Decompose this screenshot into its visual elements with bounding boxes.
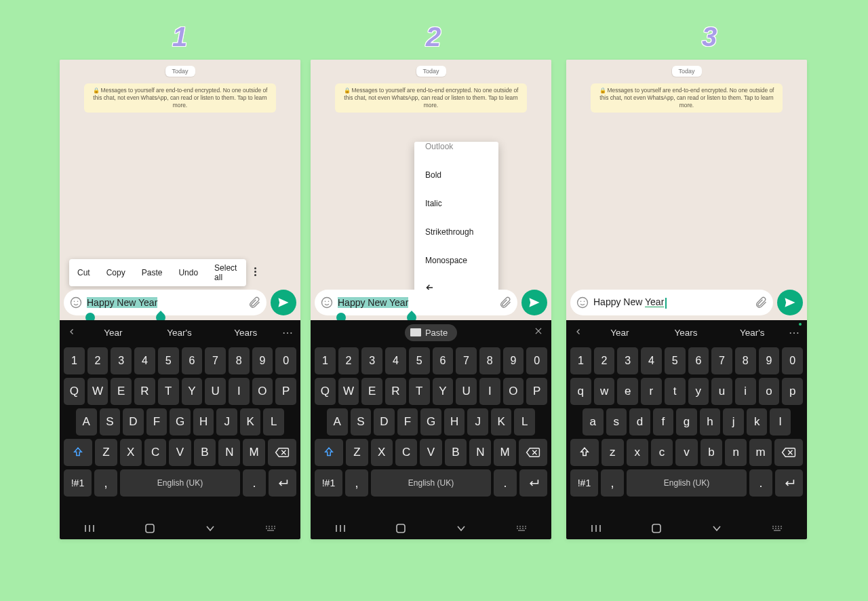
period-key[interactable]: . (494, 469, 517, 497)
copy-button[interactable]: Copy (98, 268, 134, 277)
key-x[interactable]: X (371, 439, 393, 466)
suggestion-2[interactable]: Year's (148, 328, 212, 338)
symbols-key[interactable]: !#1 (64, 469, 92, 497)
nav-home-icon[interactable] (140, 523, 160, 534)
key-r[interactable]: R (134, 378, 155, 405)
keyboard-switch-icon[interactable] (260, 524, 281, 532)
key-4[interactable]: 4 (134, 347, 155, 374)
enter-key[interactable] (269, 469, 296, 497)
key-r[interactable]: R (385, 378, 406, 405)
key-h[interactable]: H (444, 408, 465, 435)
key-e[interactable]: E (361, 378, 382, 405)
key-w[interactable]: W (338, 378, 359, 405)
key-c[interactable]: C (395, 439, 417, 466)
key-t[interactable]: t (665, 378, 686, 405)
space-key[interactable]: English (UK) (120, 469, 240, 497)
symbols-key[interactable]: !#1 (570, 469, 598, 497)
key-r[interactable]: r (641, 378, 662, 405)
menu-item-bold[interactable]: Bold (414, 161, 498, 189)
key-d[interactable]: D (123, 408, 144, 435)
key-s[interactable]: S (351, 408, 372, 435)
key-3[interactable]: 3 (361, 347, 382, 374)
comma-key[interactable]: , (345, 469, 368, 497)
key-p[interactable]: P (275, 378, 296, 405)
suggestion-more-icon[interactable]: ⋯ (280, 326, 295, 339)
nav-recents-icon[interactable] (79, 524, 100, 533)
key-x[interactable]: x (627, 439, 648, 466)
key-4[interactable]: 4 (641, 347, 662, 374)
key-g[interactable]: g (676, 408, 697, 435)
message-input[interactable]: Happy New Year (315, 290, 517, 315)
key-j[interactable]: j (723, 408, 744, 435)
suggestion-3[interactable]: Years (214, 328, 277, 338)
key-8[interactable]: 8 (229, 347, 250, 374)
nav-back-icon[interactable] (200, 524, 220, 532)
key-q[interactable]: Q (64, 378, 85, 405)
key-8[interactable]: 8 (479, 347, 500, 374)
key-m[interactable]: M (243, 439, 264, 466)
key-s[interactable]: s (606, 408, 627, 435)
menu-item-outlook[interactable]: Outlook (414, 142, 498, 161)
key-y[interactable]: Y (433, 378, 454, 405)
key-f[interactable]: F (146, 408, 167, 435)
key-q[interactable]: q (570, 378, 591, 405)
suggestion-1[interactable]: Year (81, 328, 145, 338)
key-i[interactable]: i (735, 378, 756, 405)
attach-icon[interactable] (498, 296, 512, 309)
key-2[interactable]: 2 (87, 347, 108, 374)
key-a[interactable]: A (327, 408, 348, 435)
key-w[interactable]: W (87, 378, 108, 405)
key-g[interactable]: G (170, 408, 191, 435)
key-5[interactable]: 5 (665, 347, 686, 374)
backspace-key[interactable] (519, 439, 547, 466)
emoji-icon[interactable] (320, 296, 334, 309)
send-button[interactable] (777, 290, 803, 315)
send-button[interactable] (271, 290, 296, 315)
key-u[interactable]: U (456, 378, 477, 405)
key-n[interactable]: N (218, 439, 240, 466)
key-j[interactable]: J (467, 408, 488, 435)
key-3[interactable]: 3 (617, 347, 638, 374)
key-l[interactable]: L (263, 408, 284, 435)
key-d[interactable]: D (374, 408, 395, 435)
key-n[interactable]: N (469, 439, 491, 466)
space-key[interactable]: English (UK) (627, 469, 747, 497)
key-i[interactable]: I (479, 378, 500, 405)
key-2[interactable]: 2 (594, 347, 615, 374)
key-w[interactable]: w (594, 378, 615, 405)
key-p[interactable]: p (782, 378, 803, 405)
key-k[interactable]: K (240, 408, 261, 435)
close-icon[interactable] (534, 326, 543, 338)
key-a[interactable]: a (583, 408, 604, 435)
nav-home-icon[interactable] (391, 523, 411, 534)
key-z[interactable]: Z (95, 439, 117, 466)
encryption-notice[interactable]: 🔒Messages to yourself are end-to-end enc… (335, 83, 527, 113)
space-key[interactable]: English (UK) (371, 469, 491, 497)
key-t[interactable]: T (409, 378, 430, 405)
key-5[interactable]: 5 (158, 347, 179, 374)
nav-home-icon[interactable] (646, 523, 667, 534)
key-d[interactable]: d (629, 408, 650, 435)
key-i[interactable]: I (229, 378, 250, 405)
emoji-icon[interactable] (69, 296, 83, 309)
key-a[interactable]: A (76, 408, 97, 435)
attach-icon[interactable] (248, 296, 261, 309)
key-f[interactable]: f (653, 408, 674, 435)
key-u[interactable]: u (711, 378, 732, 405)
nav-recents-icon[interactable] (586, 524, 606, 533)
key-4[interactable]: 4 (385, 347, 406, 374)
key-x[interactable]: X (120, 439, 142, 466)
message-input[interactable]: Happy New Year (570, 290, 773, 315)
key-l[interactable]: l (770, 408, 791, 435)
key-o[interactable]: O (503, 378, 524, 405)
enter-key[interactable] (519, 469, 547, 497)
comma-key[interactable]: , (601, 469, 624, 497)
key-5[interactable]: 5 (409, 347, 430, 374)
key-v[interactable]: V (169, 439, 191, 466)
key-k[interactable]: k (747, 408, 768, 435)
key-7[interactable]: 7 (711, 347, 732, 374)
key-1[interactable]: 1 (570, 347, 591, 374)
key-6[interactable]: 6 (182, 347, 203, 374)
menu-item-italic[interactable]: Italic (414, 189, 498, 218)
shift-key[interactable] (570, 439, 599, 466)
